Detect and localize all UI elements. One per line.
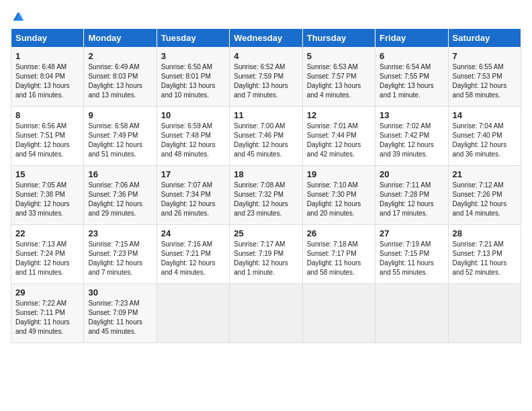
- calendar-header: SundayMondayTuesdayWednesdayThursdayFrid…: [11, 29, 521, 48]
- day-number: 5: [307, 51, 371, 61]
- day-number: 4: [234, 51, 298, 61]
- day-info: Sunrise: 7:13 AM Sunset: 7:24 PM Dayligh…: [15, 240, 79, 277]
- day-info: Sunrise: 7:05 AM Sunset: 7:38 PM Dayligh…: [15, 181, 79, 218]
- calendar-cell: 8Sunrise: 6:56 AM Sunset: 7:51 PM Daylig…: [11, 107, 84, 166]
- header: [11, 11, 521, 23]
- day-info: Sunrise: 6:49 AM Sunset: 8:03 PM Dayligh…: [88, 62, 152, 100]
- day-info: Sunrise: 7:22 AM Sunset: 7:11 PM Dayligh…: [15, 299, 79, 336]
- weekday-row: SundayMondayTuesdayWednesdayThursdayFrid…: [11, 29, 521, 48]
- calendar-cell: [157, 284, 229, 343]
- day-number: 16: [88, 169, 152, 179]
- calendar-cell: 1Sunrise: 6:48 AM Sunset: 8:04 PM Daylig…: [11, 48, 84, 107]
- day-info: Sunrise: 7:15 AM Sunset: 7:23 PM Dayligh…: [88, 240, 152, 277]
- calendar-cell: 29Sunrise: 7:22 AM Sunset: 7:11 PM Dayli…: [11, 284, 84, 343]
- day-number: 26: [307, 228, 371, 238]
- calendar-cell: 5Sunrise: 6:53 AM Sunset: 7:57 PM Daylig…: [302, 48, 375, 107]
- day-number: 13: [380, 110, 443, 120]
- day-number: 10: [161, 110, 225, 120]
- weekday-header-tuesday: Tuesday: [157, 29, 229, 48]
- day-number: 23: [88, 228, 152, 238]
- calendar-week-5: 29Sunrise: 7:22 AM Sunset: 7:11 PM Dayli…: [11, 284, 521, 343]
- day-info: Sunrise: 7:06 AM Sunset: 7:36 PM Dayligh…: [88, 181, 152, 218]
- day-number: 22: [15, 228, 79, 238]
- calendar-cell: 13Sunrise: 7:02 AM Sunset: 7:42 PM Dayli…: [375, 107, 448, 166]
- logo: [11, 11, 24, 23]
- calendar-cell: 30Sunrise: 7:23 AM Sunset: 7:09 PM Dayli…: [84, 284, 157, 343]
- calendar-cell: 15Sunrise: 7:05 AM Sunset: 7:38 PM Dayli…: [11, 166, 84, 225]
- day-info: Sunrise: 7:04 AM Sunset: 7:40 PM Dayligh…: [453, 122, 517, 159]
- day-info: Sunrise: 7:08 AM Sunset: 7:32 PM Dayligh…: [234, 181, 298, 218]
- day-info: Sunrise: 6:52 AM Sunset: 7:59 PM Dayligh…: [234, 62, 298, 100]
- logo-icon: [12, 11, 24, 23]
- calendar-cell: 16Sunrise: 7:06 AM Sunset: 7:36 PM Dayli…: [84, 166, 157, 225]
- day-number: 25: [234, 228, 298, 238]
- day-info: Sunrise: 6:55 AM Sunset: 7:53 PM Dayligh…: [453, 62, 517, 100]
- calendar-cell: 3Sunrise: 6:50 AM Sunset: 8:01 PM Daylig…: [157, 48, 229, 107]
- day-info: Sunrise: 7:00 AM Sunset: 7:46 PM Dayligh…: [234, 122, 298, 159]
- day-info: Sunrise: 7:07 AM Sunset: 7:34 PM Dayligh…: [161, 181, 225, 218]
- weekday-header-saturday: Saturday: [448, 29, 521, 48]
- calendar-cell: [302, 284, 375, 343]
- calendar-cell: 28Sunrise: 7:21 AM Sunset: 7:13 PM Dayli…: [448, 225, 521, 284]
- day-number: 27: [380, 228, 443, 238]
- day-info: Sunrise: 7:01 AM Sunset: 7:44 PM Dayligh…: [307, 122, 371, 159]
- calendar-cell: 12Sunrise: 7:01 AM Sunset: 7:44 PM Dayli…: [302, 107, 375, 166]
- calendar-cell: 2Sunrise: 6:49 AM Sunset: 8:03 PM Daylig…: [84, 48, 157, 107]
- calendar-week-4: 22Sunrise: 7:13 AM Sunset: 7:24 PM Dayli…: [11, 225, 521, 284]
- calendar-body: 1Sunrise: 6:48 AM Sunset: 8:04 PM Daylig…: [11, 48, 521, 343]
- day-number: 11: [234, 110, 298, 120]
- day-info: Sunrise: 7:19 AM Sunset: 7:15 PM Dayligh…: [380, 240, 443, 277]
- weekday-header-friday: Friday: [375, 29, 448, 48]
- calendar-cell: 19Sunrise: 7:10 AM Sunset: 7:30 PM Dayli…: [302, 166, 375, 225]
- day-info: Sunrise: 6:50 AM Sunset: 8:01 PM Dayligh…: [161, 62, 225, 100]
- calendar-cell: 7Sunrise: 6:55 AM Sunset: 7:53 PM Daylig…: [448, 48, 521, 107]
- day-number: 14: [453, 110, 517, 120]
- calendar-cell: 17Sunrise: 7:07 AM Sunset: 7:34 PM Dayli…: [157, 166, 229, 225]
- calendar-cell: 6Sunrise: 6:54 AM Sunset: 7:55 PM Daylig…: [375, 48, 448, 107]
- calendar-cell: 4Sunrise: 6:52 AM Sunset: 7:59 PM Daylig…: [230, 48, 302, 107]
- day-info: Sunrise: 6:48 AM Sunset: 8:04 PM Dayligh…: [15, 62, 79, 100]
- calendar-cell: 23Sunrise: 7:15 AM Sunset: 7:23 PM Dayli…: [84, 225, 157, 284]
- day-number: 2: [88, 51, 152, 61]
- calendar-cell: 14Sunrise: 7:04 AM Sunset: 7:40 PM Dayli…: [448, 107, 521, 166]
- day-info: Sunrise: 7:10 AM Sunset: 7:30 PM Dayligh…: [307, 181, 371, 218]
- day-number: 29: [15, 287, 79, 298]
- day-number: 17: [161, 169, 225, 179]
- day-number: 15: [15, 169, 79, 179]
- day-info: Sunrise: 7:12 AM Sunset: 7:26 PM Dayligh…: [453, 181, 517, 218]
- day-info: Sunrise: 7:23 AM Sunset: 7:09 PM Dayligh…: [88, 299, 152, 336]
- calendar-cell: [375, 284, 448, 343]
- calendar-cell: 9Sunrise: 6:58 AM Sunset: 7:49 PM Daylig…: [84, 107, 157, 166]
- calendar-cell: 20Sunrise: 7:11 AM Sunset: 7:28 PM Dayli…: [375, 166, 448, 225]
- calendar-cell: 22Sunrise: 7:13 AM Sunset: 7:24 PM Dayli…: [11, 225, 84, 284]
- day-info: Sunrise: 7:16 AM Sunset: 7:21 PM Dayligh…: [161, 240, 225, 277]
- calendar-cell: 27Sunrise: 7:19 AM Sunset: 7:15 PM Dayli…: [375, 225, 448, 284]
- calendar-table: SundayMondayTuesdayWednesdayThursdayFrid…: [11, 28, 521, 343]
- calendar-cell: 25Sunrise: 7:17 AM Sunset: 7:19 PM Dayli…: [230, 225, 302, 284]
- day-number: 3: [161, 51, 225, 61]
- day-number: 20: [380, 169, 443, 179]
- day-number: 7: [453, 51, 517, 61]
- weekday-header-thursday: Thursday: [302, 29, 375, 48]
- day-info: Sunrise: 6:53 AM Sunset: 7:57 PM Dayligh…: [307, 62, 371, 100]
- day-number: 18: [234, 169, 298, 179]
- calendar-cell: 11Sunrise: 7:00 AM Sunset: 7:46 PM Dayli…: [230, 107, 302, 166]
- weekday-header-sunday: Sunday: [11, 29, 84, 48]
- calendar-cell: [448, 284, 521, 343]
- calendar-cell: 18Sunrise: 7:08 AM Sunset: 7:32 PM Dayli…: [230, 166, 302, 225]
- calendar-cell: 10Sunrise: 6:59 AM Sunset: 7:48 PM Dayli…: [157, 107, 229, 166]
- day-number: 24: [161, 228, 225, 238]
- day-info: Sunrise: 7:21 AM Sunset: 7:13 PM Dayligh…: [453, 240, 517, 277]
- day-info: Sunrise: 6:58 AM Sunset: 7:49 PM Dayligh…: [88, 122, 152, 159]
- calendar-cell: 26Sunrise: 7:18 AM Sunset: 7:17 PM Dayli…: [302, 225, 375, 284]
- day-number: 12: [307, 110, 371, 120]
- day-number: 21: [453, 169, 517, 179]
- day-number: 28: [453, 228, 517, 238]
- day-info: Sunrise: 7:11 AM Sunset: 7:28 PM Dayligh…: [380, 181, 443, 218]
- calendar-cell: [230, 284, 302, 343]
- day-info: Sunrise: 6:54 AM Sunset: 7:55 PM Dayligh…: [380, 62, 443, 100]
- day-number: 1: [15, 51, 79, 61]
- day-number: 30: [88, 287, 152, 298]
- calendar-week-3: 15Sunrise: 7:05 AM Sunset: 7:38 PM Dayli…: [11, 166, 521, 225]
- day-info: Sunrise: 7:02 AM Sunset: 7:42 PM Dayligh…: [380, 122, 443, 159]
